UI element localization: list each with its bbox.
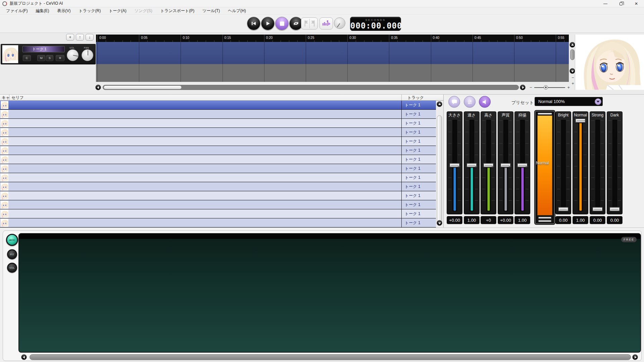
row-serif-cell[interactable] xyxy=(9,218,401,227)
slider-track[interactable] xyxy=(465,119,478,212)
serif-row[interactable]: トーク 1 xyxy=(0,128,436,137)
stop-button[interactable] xyxy=(275,17,289,30)
solo-button[interactable]: S xyxy=(46,55,53,61)
slider-track[interactable] xyxy=(448,119,461,212)
serif-row[interactable]: トーク 1 xyxy=(0,209,436,218)
menu-item-6[interactable]: トランスポート(P) xyxy=(156,7,199,14)
track-name[interactable]: トーク 1 xyxy=(22,46,65,52)
row-serif-cell[interactable] xyxy=(9,128,401,137)
slider-track[interactable] xyxy=(499,119,512,212)
serif-row[interactable]: トーク 1 xyxy=(0,164,436,173)
empty-lane[interactable] xyxy=(96,64,569,82)
row-serif-cell[interactable] xyxy=(9,182,401,191)
scroll-down-button[interactable] xyxy=(569,68,575,74)
editor-scroll-left-button[interactable] xyxy=(21,354,27,360)
slider-handle[interactable] xyxy=(483,163,494,167)
preset-dropdown[interactable]: Normal 100% xyxy=(535,97,603,106)
menu-item-4[interactable]: トーク(A) xyxy=(105,7,131,14)
serif-row[interactable]: トーク 1 xyxy=(0,218,436,227)
main-fader-bottom-handle[interactable] xyxy=(538,217,552,222)
slider-track[interactable] xyxy=(516,119,529,212)
menu-item-0[interactable]: ファイル(F) xyxy=(2,7,32,14)
serif-row[interactable]: トーク 1 xyxy=(0,200,436,209)
fader-handle[interactable] xyxy=(558,207,568,211)
menu-item-3[interactable]: トラック(R) xyxy=(75,7,105,14)
zoom-in-label[interactable]: + xyxy=(567,85,570,90)
scroll-up-button[interactable] xyxy=(569,42,575,48)
skip-to-start-button[interactable] xyxy=(247,17,260,30)
list-scroll-up-button[interactable] xyxy=(437,101,442,107)
list-scroll-down-button[interactable] xyxy=(437,220,442,226)
speak-button[interactable] xyxy=(479,96,491,108)
editor-tool-pit[interactable]: PIT xyxy=(7,249,17,259)
serif-row[interactable]: トーク 1 xyxy=(0,182,436,191)
row-serif-cell[interactable] xyxy=(9,119,401,127)
zoom-out-label[interactable]: − xyxy=(530,85,532,90)
fader-handle[interactable] xyxy=(609,207,620,211)
volume-knob[interactable] xyxy=(67,49,79,61)
fader-handle[interactable] xyxy=(592,207,603,211)
accent-editor-canvas[interactable] xyxy=(18,233,641,353)
minimize-button[interactable]: — xyxy=(598,0,613,7)
row-serif-cell[interactable] xyxy=(9,173,401,182)
timeline-hscrollbar[interactable] xyxy=(103,85,519,90)
serif-row[interactable]: トーク 1 xyxy=(0,110,436,119)
scroll-left-button[interactable] xyxy=(95,85,101,90)
serif-row[interactable]: トーク 1 xyxy=(0,146,436,155)
scroll-right-button[interactable] xyxy=(520,85,526,90)
serif-row[interactable]: トーク 1 xyxy=(0,101,436,110)
fader-track[interactable] xyxy=(608,119,621,212)
fader-track[interactable] xyxy=(557,119,569,212)
menu-item-7[interactable]: ツール(T) xyxy=(198,7,224,14)
slider-handle[interactable] xyxy=(449,163,460,167)
slider-handle[interactable] xyxy=(500,163,511,167)
fader-track[interactable] xyxy=(574,119,587,212)
row-serif-cell[interactable] xyxy=(9,209,401,218)
track-header[interactable]: トーク 1 C M S ❄ VOL PAN xyxy=(1,44,96,64)
timeline-hscrollbar-thumb[interactable] xyxy=(104,86,182,89)
vertical-zoom-in[interactable]: + xyxy=(571,81,575,86)
timeline-vscrollbar-thumb[interactable] xyxy=(570,49,575,60)
fader-handle[interactable] xyxy=(575,118,586,123)
add-track-button[interactable]: + xyxy=(66,34,74,41)
tempo-knob[interactable] xyxy=(334,17,345,29)
list-vscrollbar[interactable] xyxy=(436,101,444,227)
step-playback-button[interactable] xyxy=(319,17,333,30)
slider-handle[interactable] xyxy=(517,163,528,167)
zoom-slider-thumb[interactable] xyxy=(544,85,548,90)
play-button[interactable] xyxy=(261,17,275,30)
list-vscrollbar-thumb[interactable] xyxy=(437,115,442,225)
menu-item-5[interactable]: ソング(S) xyxy=(131,7,156,14)
slider-track[interactable] xyxy=(482,119,495,212)
fader-track[interactable] xyxy=(591,119,604,212)
editor-tool-vol[interactable]: VOL xyxy=(7,263,17,273)
move-track-down-button[interactable]: ↓ xyxy=(86,34,94,41)
row-serif-cell[interactable] xyxy=(9,146,401,155)
talk-bubble-button[interactable] xyxy=(448,96,460,108)
row-serif-cell[interactable] xyxy=(9,137,401,146)
timeline-ruler[interactable]: 0:000:050:100:150:200:250:300:350:400:45… xyxy=(96,35,569,42)
row-serif-cell[interactable] xyxy=(9,155,401,164)
voice-main-fader[interactable]: Normal xyxy=(534,110,555,225)
serif-row[interactable]: トーク 1 xyxy=(0,173,436,182)
timeline-zoom-slider[interactable]: − + xyxy=(530,85,570,90)
serif-row[interactable]: トーク 1 xyxy=(0,119,436,128)
row-serif-cell[interactable] xyxy=(9,200,401,209)
marker-buttons[interactable] xyxy=(301,17,318,30)
talk-track-lane[interactable] xyxy=(96,42,569,64)
vertical-zoom-out[interactable]: − xyxy=(571,75,575,80)
cast-button[interactable]: C xyxy=(23,55,31,61)
editor-tool-acc[interactable]: ACC xyxy=(6,234,18,246)
serif-row[interactable]: トーク 1 xyxy=(0,137,436,146)
main-fader-top-handle[interactable] xyxy=(538,113,552,115)
swap-button[interactable] xyxy=(464,96,476,108)
close-button[interactable]: ✕ xyxy=(629,0,644,7)
row-serif-cell[interactable] xyxy=(9,164,401,173)
menu-item-2[interactable]: 表示(V) xyxy=(53,7,75,14)
row-serif-cell[interactable] xyxy=(9,191,401,200)
row-serif-cell[interactable] xyxy=(9,101,401,109)
editor-hscrollbar-thumb[interactable] xyxy=(30,354,631,360)
restore-button[interactable] xyxy=(613,0,629,7)
pan-knob[interactable] xyxy=(82,49,93,61)
slider-handle[interactable] xyxy=(466,163,477,167)
